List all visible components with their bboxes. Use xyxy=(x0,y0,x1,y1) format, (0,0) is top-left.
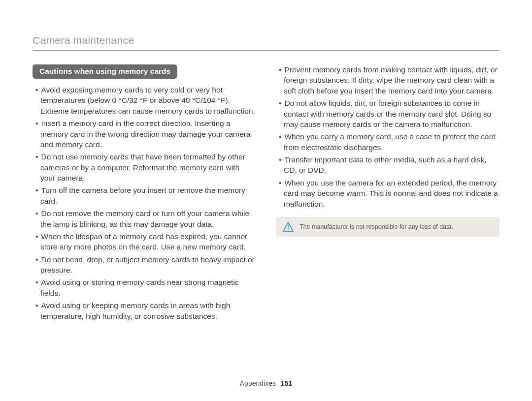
footer-section-label: Appendixes xyxy=(240,379,276,387)
svg-point-1 xyxy=(288,229,289,230)
left-column: Cautions when using memory cards Avoid e… xyxy=(33,64,256,323)
page-title: Camera maintenance xyxy=(33,34,499,51)
list-item: When you carry a memory card, use a case… xyxy=(276,131,499,153)
content-columns: Cautions when using memory cards Avoid e… xyxy=(33,64,499,323)
list-item: Avoid exposing memory cards to very cold… xyxy=(33,85,256,116)
warning-triangle-icon xyxy=(283,222,294,232)
list-item: Insert a memory card in the correct dire… xyxy=(33,118,256,150)
warning-note: The manufacturer is not responsible for … xyxy=(276,217,499,237)
list-item: Do not use memory cards that have been f… xyxy=(33,152,256,183)
section-heading-pill: Cautions when using memory cards xyxy=(33,64,177,79)
warning-text: The manufacturer is not responsible for … xyxy=(299,223,453,230)
list-item: When you use the camera for an extended … xyxy=(276,178,499,209)
list-item: Prevent memory cards from making contact… xyxy=(276,64,499,96)
list-item: When the lifespan of a memory card has e… xyxy=(33,231,256,252)
list-item: Transfer important data to other media, … xyxy=(276,154,499,176)
list-item: Do not allow liquids, dirt, or foreign s… xyxy=(276,98,499,129)
list-item: Avoid using or keeping memory cards in a… xyxy=(33,300,256,321)
page-number: 151 xyxy=(281,379,292,387)
list-item: Avoid using or storing memory cards near… xyxy=(33,277,256,298)
list-item: Do not bend, drop, or subject memory car… xyxy=(33,254,256,276)
page-footer: Appendixes 151 xyxy=(0,379,532,387)
list-item: Turn off the camera before you insert or… xyxy=(33,185,256,206)
left-bullet-list: Avoid exposing memory cards to very cold… xyxy=(33,85,256,321)
right-column: Prevent memory cards from making contact… xyxy=(276,64,499,323)
right-bullet-list: Prevent memory cards from making contact… xyxy=(276,64,499,209)
list-item: Do not remove the memory card or turn of… xyxy=(33,208,256,229)
